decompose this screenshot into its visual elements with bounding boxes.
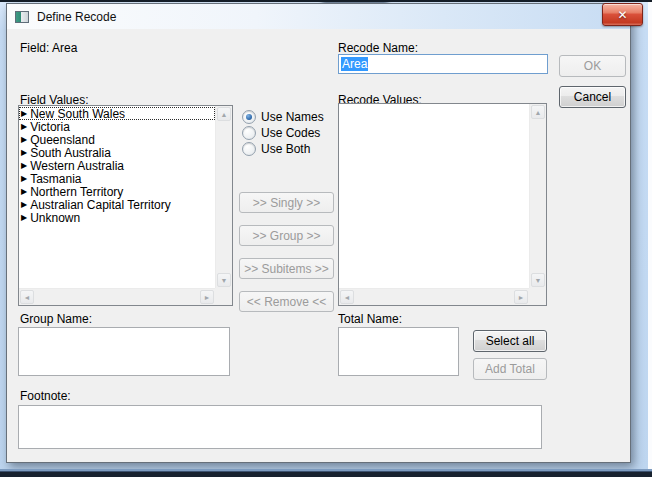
field-value-item-label: Unknown — [30, 211, 80, 225]
ok-button[interactable]: OK — [559, 55, 626, 77]
scroll-right-icon: ► — [204, 294, 211, 301]
footnote-input[interactable] — [18, 405, 542, 449]
field-values-listbox[interactable]: ▶New South Wales▶Victoria▶Queensland▶Sou… — [18, 105, 233, 306]
scroll-left-icon: ◄ — [24, 294, 31, 301]
scroll-left-button[interactable]: ◄ — [340, 290, 354, 304]
scroll-up-icon: ▲ — [221, 111, 228, 118]
list-item-bullet-icon: ▶ — [21, 146, 27, 159]
scrollbar-corner — [215, 288, 232, 305]
vertical-scrollbar[interactable]: ▲ ▼ — [529, 104, 546, 288]
parent-window-bottom-edge — [0, 471, 652, 477]
field-value-item[interactable]: ▶Australian Capital Territory — [19, 198, 215, 211]
field-value-item-label: South Australia — [30, 146, 111, 160]
scroll-right-button[interactable]: ► — [514, 290, 528, 304]
field-value-item-label: Victoria — [30, 120, 70, 134]
close-icon: ✕ — [617, 8, 627, 22]
cancel-button[interactable]: Cancel — [559, 86, 626, 108]
radio-use-codes[interactable]: Use Codes — [242, 126, 320, 140]
scroll-down-button[interactable]: ▼ — [531, 273, 545, 287]
field-value-item[interactable]: ▶Northern Territory — [19, 185, 215, 198]
list-item-bullet-icon: ▶ — [21, 198, 27, 211]
scroll-left-icon: ◄ — [344, 294, 351, 301]
field-value-item-label: Queensland — [30, 133, 95, 147]
radio-label: Use Both — [261, 142, 310, 156]
radio-unselected-icon — [242, 142, 256, 156]
scrollbar-corner — [529, 288, 546, 305]
field-value-item-label: Tasmania — [30, 172, 81, 186]
field-info-label: Field: Area — [20, 41, 77, 55]
footnote-label: Footnote: — [20, 389, 71, 403]
recode-name-input[interactable]: Area — [338, 54, 548, 74]
list-item-bullet-icon: ▶ — [21, 211, 27, 224]
field-value-item[interactable]: ▶South Australia — [19, 146, 215, 159]
scroll-down-icon: ▼ — [535, 277, 542, 284]
radio-selected-icon — [242, 110, 256, 124]
group-name-label: Group Name: — [20, 312, 92, 326]
scroll-down-button[interactable]: ▼ — [217, 273, 231, 287]
field-values-list: ▶New South Wales▶Victoria▶Queensland▶Sou… — [19, 106, 215, 288]
recode-values-listbox[interactable]: ▲ ▼ ◄ ► — [338, 103, 547, 306]
parent-window-top-border — [0, 0, 652, 2]
list-item-bullet-icon: ▶ — [21, 107, 27, 120]
field-value-item[interactable]: ▶Tasmania — [19, 172, 215, 185]
scroll-up-icon: ▲ — [535, 109, 542, 116]
list-item-bullet-icon: ▶ — [21, 159, 27, 172]
radio-use-both[interactable]: Use Both — [242, 142, 310, 156]
field-value-item[interactable]: ▶Unknown — [19, 211, 215, 224]
scroll-down-icon: ▼ — [221, 277, 228, 284]
radio-unselected-icon — [242, 126, 256, 140]
selected-text: Area — [341, 57, 368, 71]
scroll-up-button[interactable]: ▲ — [531, 105, 545, 119]
group-name-input[interactable] — [18, 327, 230, 376]
radio-label: Use Codes — [261, 126, 320, 140]
list-item-bullet-icon: ▶ — [21, 133, 27, 146]
field-value-item-label: New South Wales — [30, 107, 125, 121]
list-item-bullet-icon: ▶ — [21, 185, 27, 198]
remove-button[interactable]: << Remove << — [239, 291, 334, 312]
singly-button[interactable]: >> Singly >> — [239, 192, 334, 213]
close-button[interactable]: ✕ — [602, 3, 643, 26]
total-name-label: Total Name: — [338, 312, 402, 326]
field-value-item-label: Northern Territory — [30, 185, 123, 199]
dialog-titlebar[interactable]: Define Recode — [7, 4, 630, 29]
horizontal-scrollbar[interactable]: ◄ ► — [19, 288, 215, 305]
select-all-button[interactable]: Select all — [473, 330, 547, 352]
subitems-button[interactable]: >> Subitems >> — [239, 258, 334, 279]
scroll-right-button[interactable]: ► — [200, 290, 214, 304]
group-button[interactable]: >> Group >> — [239, 225, 334, 246]
dialog-title: Define Recode — [37, 10, 116, 24]
scroll-right-icon: ► — [518, 294, 525, 301]
field-value-item[interactable]: ▶Queensland — [19, 133, 215, 146]
scroll-up-button[interactable]: ▲ — [217, 107, 231, 121]
field-value-item[interactable]: ▶Victoria — [19, 120, 215, 133]
list-item-bullet-icon: ▶ — [21, 172, 27, 185]
define-recode-dialog-icon — [15, 11, 29, 23]
list-item-bullet-icon: ▶ — [21, 120, 27, 133]
field-value-item[interactable]: ▶Western Australia — [19, 159, 215, 172]
total-name-input[interactable] — [338, 327, 459, 376]
recode-values-list — [339, 104, 529, 288]
field-value-item[interactable]: ▶New South Wales — [19, 107, 215, 120]
field-value-item-label: Western Australia — [30, 159, 124, 173]
radio-label: Use Names — [261, 110, 324, 124]
field-value-item-label: Australian Capital Territory — [30, 198, 171, 212]
add-total-button[interactable]: Add Total — [473, 358, 547, 380]
horizontal-scrollbar[interactable]: ◄ ► — [339, 288, 529, 305]
radio-use-names[interactable]: Use Names — [242, 110, 324, 124]
recode-name-label: Recode Name: — [338, 41, 418, 55]
scroll-left-button[interactable]: ◄ — [20, 290, 34, 304]
define-recode-dialog: Define Recode Field: Area Recode Name: A… — [6, 3, 631, 463]
vertical-scrollbar[interactable]: ▲ ▼ — [215, 106, 232, 288]
parent-window-right-border — [648, 0, 652, 477]
